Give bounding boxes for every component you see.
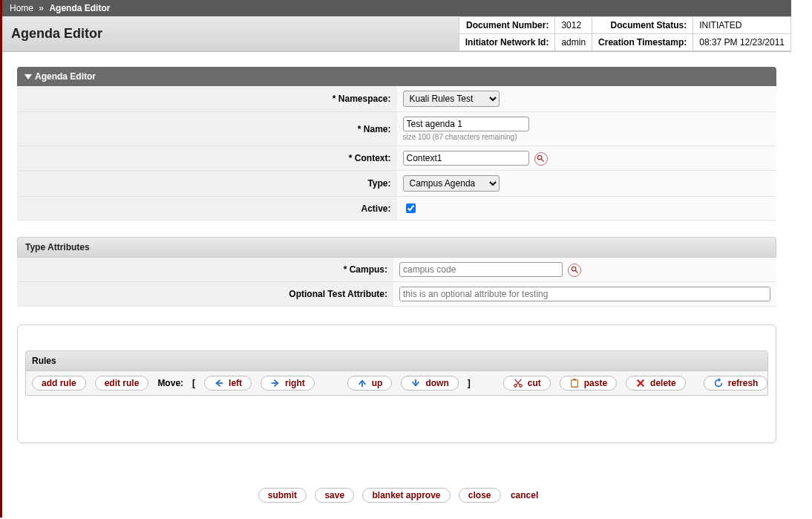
svg-rect-13	[573, 379, 576, 381]
svg-line-3	[575, 271, 577, 273]
active-label: Active:	[17, 197, 397, 221]
arrow-up-icon	[357, 378, 367, 388]
breadcrumb-current: Agenda Editor	[49, 3, 110, 13]
search-icon[interactable]	[568, 264, 581, 277]
context-label: * Context:	[17, 146, 397, 171]
agenda-editor-form: * Namespace: Kuali Rules Test * Name: si…	[17, 86, 776, 221]
move-left-button[interactable]: left	[204, 376, 252, 391]
page-title: Agenda Editor	[2, 16, 459, 51]
doc-status-label: Document Status:	[592, 17, 693, 34]
section-agenda-editor-header[interactable]: Agenda Editor	[17, 67, 776, 86]
doc-number-label: Document Number:	[459, 17, 555, 34]
footer-actions: submit save blanket approve close cancel	[2, 458, 791, 518]
cancel-link[interactable]: cancel	[511, 490, 538, 500]
opt-attr-input[interactable]	[399, 287, 770, 301]
edit-rule-button[interactable]: edit rule	[95, 376, 149, 391]
move-up-label: up	[372, 378, 383, 388]
cut-button[interactable]: cut	[503, 376, 551, 391]
namespace-label: * Namespace:	[17, 86, 397, 112]
refresh-label: refresh	[728, 378, 759, 388]
type-label: Type:	[17, 171, 397, 197]
breadcrumb-sep: »	[39, 3, 44, 13]
content: Agenda Editor * Namespace: Kuali Rules T…	[2, 52, 791, 458]
rules-panel: Rules add rule edit rule Move: [ left ri…	[17, 324, 776, 443]
campus-label: * Campus:	[17, 258, 393, 282]
timestamp-value: 08:37 PM 12/23/2011	[693, 34, 791, 51]
page-wrap: Home » Agenda Editor Agenda Editor Docum…	[0, 0, 791, 518]
initiator-label: Initiator Network Id:	[459, 34, 555, 51]
name-label: * Name:	[17, 112, 397, 146]
move-label: Move:	[157, 378, 183, 388]
delete-button[interactable]: delete	[626, 376, 686, 391]
add-rule-button[interactable]: add rule	[32, 376, 86, 391]
close-button[interactable]: close	[459, 488, 501, 503]
submit-button[interactable]: submit	[258, 488, 307, 503]
svg-point-0	[538, 156, 543, 160]
paste-label: paste	[584, 378, 607, 388]
chevron-down-icon	[24, 74, 32, 79]
type-attributes-form: * Campus: Optional Test Attribute:	[17, 258, 776, 307]
initiator-value: admin	[555, 34, 592, 51]
svg-line-1	[542, 160, 544, 162]
move-right-label: right	[285, 378, 305, 388]
name-input[interactable]	[403, 117, 529, 131]
bracket-close: ]	[468, 378, 471, 388]
save-button[interactable]: save	[315, 488, 354, 503]
move-down-label: down	[425, 378, 448, 388]
paste-icon	[569, 378, 580, 388]
doc-number-value: 3012	[555, 17, 592, 34]
rules-toolbar: add rule edit rule Move: [ left right up	[25, 371, 768, 396]
refresh-icon	[713, 378, 724, 388]
section-type-attributes-header: Type Attributes	[17, 237, 776, 258]
rules-header: Rules	[25, 350, 768, 371]
bracket-open: [	[192, 378, 195, 388]
doc-info: Document Number: 3012 Document Status: I…	[459, 16, 791, 51]
search-icon[interactable]	[534, 152, 548, 166]
refresh-button[interactable]: refresh	[704, 376, 768, 391]
opt-attr-label: Optional Test Attribute:	[17, 282, 393, 307]
type-select[interactable]: Campus Agenda	[403, 175, 500, 192]
cut-icon	[513, 378, 523, 388]
section-agenda-editor-title: Agenda Editor	[35, 71, 96, 82]
arrow-down-icon	[410, 378, 421, 388]
svg-rect-12	[571, 380, 577, 388]
active-checkbox[interactable]	[406, 203, 416, 213]
cut-label: cut	[528, 378, 541, 388]
arrow-left-icon	[214, 378, 224, 388]
move-right-button[interactable]: right	[261, 376, 315, 391]
move-down-button[interactable]: down	[401, 376, 458, 391]
move-left-label: left	[229, 378, 242, 388]
svg-point-2	[572, 267, 576, 272]
timestamp-label: Creation Timestamp:	[592, 34, 693, 51]
namespace-select[interactable]: Kuali Rules Test	[403, 91, 500, 107]
paste-button[interactable]: paste	[560, 376, 617, 391]
arrow-right-icon	[270, 378, 281, 388]
blanket-approve-button[interactable]: blanket approve	[362, 488, 450, 503]
breadcrumb-home-link[interactable]: Home	[10, 3, 33, 13]
delete-label: delete	[650, 378, 676, 388]
doc-status-value: INITIATED	[693, 17, 791, 34]
move-up-button[interactable]: up	[347, 376, 393, 391]
header: Agenda Editor Document Number: 3012 Docu…	[2, 16, 791, 52]
context-input[interactable]	[403, 151, 529, 166]
breadcrumb: Home » Agenda Editor	[2, 0, 791, 16]
delete-icon	[635, 378, 646, 388]
campus-input[interactable]	[399, 262, 563, 277]
name-hint: size 100 (87 characters remaining)	[403, 133, 771, 141]
